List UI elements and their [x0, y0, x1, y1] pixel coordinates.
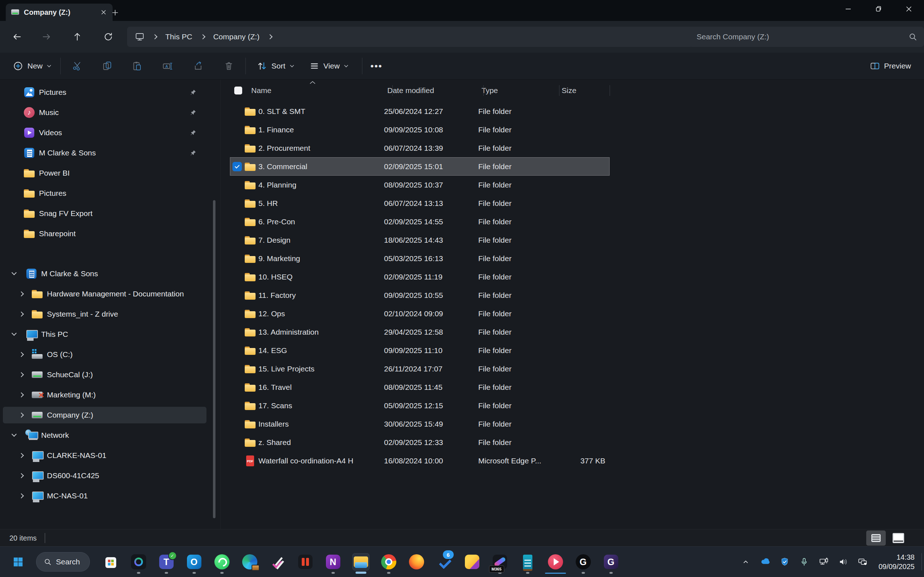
copy-button[interactable]: [98, 57, 116, 75]
red-bars-icon[interactable]: [297, 553, 314, 571]
tree-item[interactable]: DS600-41C425: [0, 466, 212, 486]
new-button[interactable]: New: [9, 57, 56, 75]
table-row[interactable]: 2. Procurement 06/07/2024 13:39 File fol…: [230, 139, 610, 157]
microphone-icon[interactable]: [798, 556, 810, 567]
column-header-size[interactable]: Size: [557, 86, 610, 95]
tray-chevron-up-icon[interactable]: [740, 556, 751, 567]
whatsapp-icon[interactable]: [213, 553, 231, 571]
ethernet-icon[interactable]: [818, 556, 829, 567]
row-checkbox[interactable]: [233, 162, 242, 171]
tree-item[interactable]: SchueCal (J:): [0, 364, 212, 385]
teams-icon[interactable]: T: [158, 553, 175, 571]
cast-heart-icon[interactable]: [857, 556, 868, 567]
edge-icon[interactable]: [241, 553, 258, 571]
start-button[interactable]: [8, 552, 28, 572]
breadcrumb-chevron-icon[interactable]: [265, 32, 275, 42]
tree-item[interactable]: Network: [0, 425, 212, 445]
tree-item[interactable]: MC-NAS-01: [0, 486, 212, 506]
column-header-name[interactable]: Name: [251, 86, 383, 95]
refresh-icon[interactable]: [99, 28, 117, 46]
security-shield-icon[interactable]: [779, 556, 790, 567]
rename-button[interactable]: A: [158, 57, 176, 75]
notepad-icon[interactable]: [519, 553, 536, 571]
m365-copilot-icon[interactable]: M365: [491, 553, 509, 571]
this-pc-icon[interactable]: [134, 31, 145, 42]
more-options-button[interactable]: •••: [367, 57, 386, 75]
expand-chevron-icon[interactable]: [16, 390, 26, 400]
restore-button[interactable]: [863, 0, 894, 18]
sidebar-item[interactable]: Videos: [0, 122, 212, 143]
sort-button[interactable]: Sort: [253, 57, 299, 75]
tree-item[interactable]: Company (Z:): [0, 405, 212, 425]
taskbar-search[interactable]: Search: [36, 552, 90, 572]
details-view-button[interactable]: [866, 530, 886, 546]
large-icons-view-button[interactable]: [888, 530, 908, 546]
breadcrumb-company-z[interactable]: Company (Z:): [210, 31, 263, 43]
up-icon[interactable]: [68, 28, 86, 46]
expand-chevron-icon[interactable]: [16, 309, 26, 319]
table-row[interactable]: 17. Scans 05/09/2025 12:15 File folder: [230, 396, 610, 415]
table-row[interactable]: 3. Commercial 02/09/2025 15:01 File fold…: [230, 157, 610, 176]
clock[interactable]: 14:38 09/09/2025: [879, 553, 914, 571]
sidebar-scrollbar[interactable]: [213, 200, 215, 518]
g-app-icon[interactable]: G: [603, 553, 620, 571]
expand-chevron-icon[interactable]: [16, 471, 26, 480]
expand-chevron-icon[interactable]: [10, 430, 19, 440]
table-row[interactable]: 16. Travel 08/09/2025 11:45 File folder: [230, 378, 610, 396]
show-desktop-button[interactable]: [921, 553, 922, 571]
table-row[interactable]: 15. Live Projects 26/11/2024 17:07 File …: [230, 359, 610, 378]
expand-chevron-icon[interactable]: [16, 451, 26, 460]
view-button[interactable]: View: [305, 57, 353, 75]
logitech-g-icon[interactable]: G: [575, 553, 592, 571]
tree-item[interactable]: Hardware Management - Documentation: [0, 284, 212, 304]
tree-item[interactable]: CLARKE-NAS-01: [0, 445, 212, 466]
breadcrumb-this-pc[interactable]: This PC: [162, 31, 196, 43]
webex-icon[interactable]: [130, 553, 147, 571]
table-row[interactable]: 14. ESG 09/09/2025 11:10 File folder: [230, 341, 610, 359]
close-button[interactable]: [894, 0, 924, 18]
table-row[interactable]: 11. Factory 09/09/2025 10:55 File folder: [230, 286, 610, 305]
back-icon[interactable]: [8, 28, 26, 46]
sidebar-item[interactable]: Music: [0, 102, 212, 122]
forward-icon[interactable]: [37, 28, 56, 46]
table-row[interactable]: 9. Marketing 05/03/2025 16:13 File folde…: [230, 249, 610, 268]
select-all-checkbox[interactable]: [234, 87, 242, 95]
outlook-icon[interactable]: O: [186, 553, 203, 571]
expand-chevron-icon[interactable]: [16, 370, 26, 379]
new-tab-button[interactable]: [109, 6, 121, 19]
table-row[interactable]: 7. Design 18/06/2025 14:43 File folder: [230, 231, 610, 249]
table-row[interactable]: 0. SLT & SMT 25/06/2024 12:27 File folde…: [230, 102, 610, 121]
tree-item[interactable]: Systems_int - Z drive: [0, 304, 212, 324]
explorer-tab[interactable]: Company (Z:): [6, 3, 113, 21]
microsoft-store-icon[interactable]: [102, 553, 120, 571]
column-header-date-modified[interactable]: Date modified: [383, 86, 478, 95]
tree-item[interactable]: This PC: [0, 324, 212, 344]
file-explorer-icon[interactable]: [352, 553, 370, 571]
table-row[interactable]: 10. HSEQ 02/09/2025 11:19 File folder: [230, 268, 610, 286]
table-row[interactable]: 4. Planning 08/09/2025 10:37 File folder: [230, 176, 610, 194]
sidebar-item[interactable]: Power BI: [0, 163, 212, 183]
table-row[interactable]: Waterfall co-ordination-A4 H 16/08/2024 …: [230, 451, 610, 470]
address-bar[interactable]: This PC Company (Z:): [127, 27, 696, 47]
sidebar-item[interactable]: Snag FV Export: [0, 203, 212, 224]
table-row[interactable]: Installers 30/06/2025 15:49 File folder: [230, 415, 610, 433]
share-button[interactable]: [189, 57, 207, 75]
sidebar-item[interactable]: Pictures: [0, 82, 212, 102]
expand-chevron-icon[interactable]: [16, 289, 26, 298]
cut-button[interactable]: [68, 57, 86, 75]
volume-icon[interactable]: [837, 556, 849, 567]
chrome-icon[interactable]: [380, 553, 397, 571]
table-row[interactable]: z. Shared 02/09/2025 12:33 File folder: [230, 433, 610, 451]
sidebar-item[interactable]: Sharepoint: [0, 224, 212, 244]
table-row[interactable]: 13. Administration 29/04/2025 12:58 File…: [230, 323, 610, 341]
firefox-icon[interactable]: [408, 553, 425, 571]
table-row[interactable]: 5. HR 06/07/2024 13:13 File folder: [230, 194, 610, 213]
checks-app-icon[interactable]: [269, 553, 286, 571]
expand-chevron-icon[interactable]: [10, 330, 19, 339]
onedrive-icon[interactable]: [759, 556, 771, 567]
search-box[interactable]: [690, 27, 924, 47]
onenote-icon[interactable]: N: [325, 553, 342, 571]
office-icon[interactable]: [464, 553, 481, 571]
tree-item[interactable]: OS (C:): [0, 344, 212, 364]
media-player-icon[interactable]: [547, 553, 564, 571]
